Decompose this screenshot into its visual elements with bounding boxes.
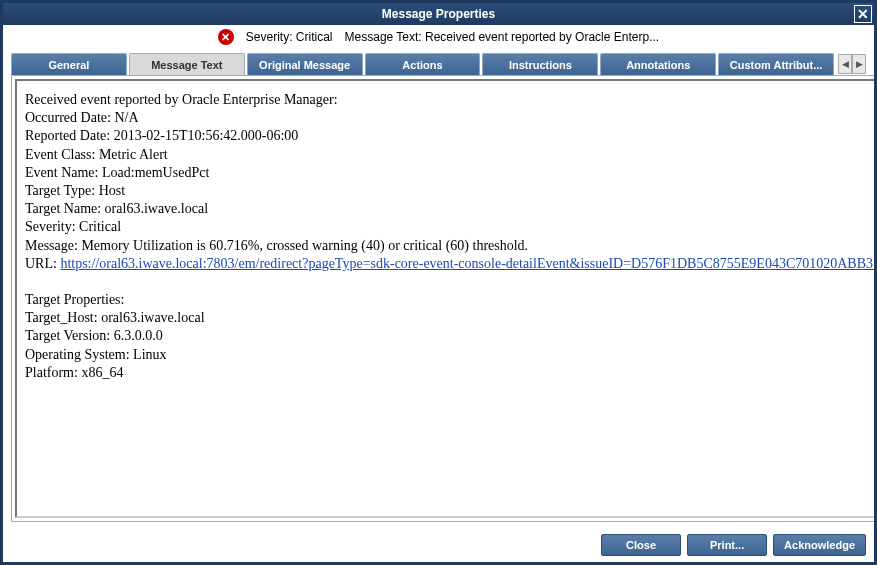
- msg-severity: Severity: Critical: [25, 218, 877, 236]
- msg-target-type: Target Type: Host: [25, 182, 877, 200]
- msg-event-class: Event Class: Metric Alert: [25, 146, 877, 164]
- close-icon[interactable]: ✕: [854, 5, 872, 23]
- summary-bar: ✕ Severity: Critical Message Text: Recei…: [3, 25, 874, 49]
- dialog-title: Message Properties: [382, 7, 495, 21]
- button-bar: Close Print... Acknowledge: [3, 530, 874, 562]
- msg-platform: Platform: x86_64: [25, 364, 877, 382]
- msg-target-name: Target Name: oral63.iwave.local: [25, 200, 877, 218]
- tab-general[interactable]: General: [11, 53, 127, 75]
- tab-original-message[interactable]: Original Message: [247, 53, 363, 75]
- critical-icon: ✕: [218, 29, 234, 45]
- tabs-row: General Message Text Original Message Ac…: [3, 49, 874, 75]
- content-wrap: Received event reported by Oracle Enterp…: [3, 75, 874, 530]
- tab-message-text[interactable]: Message Text: [129, 53, 245, 75]
- severity-text: Severity: Critical: [246, 30, 333, 44]
- msg-url-line: URL: https://oral63.iwave.local:7803/em/…: [25, 255, 877, 273]
- tab-instructions[interactable]: Instructions: [482, 53, 598, 75]
- tab-custom-attributes[interactable]: Custom Attribut...: [718, 53, 834, 75]
- tab-scroll-right-icon[interactable]: ▶: [852, 54, 866, 74]
- msg-blank: [25, 273, 877, 291]
- msg-occurred-date: Occurred Date: N/A: [25, 109, 877, 127]
- msg-url-link[interactable]: https://oral63.iwave.local:7803/em/redir…: [60, 256, 877, 271]
- tab-annotations[interactable]: Annotations: [600, 53, 716, 75]
- print-button[interactable]: Print...: [687, 534, 767, 556]
- tab-actions[interactable]: Actions: [365, 53, 481, 75]
- msg-event-name: Event Name: Load:memUsedPct: [25, 164, 877, 182]
- tab-scroll: ◀ ▶: [838, 54, 866, 74]
- msg-message: Message: Memory Utilization is 60.716%, …: [25, 237, 877, 255]
- msg-target-version: Target Version: 6.3.0.0.0: [25, 327, 877, 345]
- content-border: Received event reported by Oracle Enterp…: [11, 75, 877, 522]
- close-button[interactable]: Close: [601, 534, 681, 556]
- title-bar: Message Properties ✕: [3, 3, 874, 25]
- msg-target-host: Target_Host: oral63.iwave.local: [25, 309, 877, 327]
- msg-target-properties-header: Target Properties:: [25, 291, 877, 309]
- message-content: Received event reported by Oracle Enterp…: [15, 79, 877, 518]
- msg-reported-date: Reported Date: 2013-02-15T10:56:42.000-0…: [25, 127, 877, 145]
- acknowledge-button[interactable]: Acknowledge: [773, 534, 866, 556]
- msg-operating-system: Operating System: Linux: [25, 346, 877, 364]
- msg-intro: Received event reported by Oracle Enterp…: [25, 91, 877, 109]
- tab-scroll-left-icon[interactable]: ◀: [838, 54, 852, 74]
- message-text-summary: Message Text: Received event reported by…: [345, 30, 660, 44]
